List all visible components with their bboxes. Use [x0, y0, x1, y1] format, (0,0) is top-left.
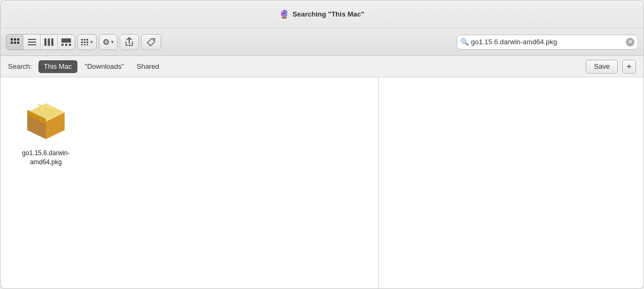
tag-icon [147, 38, 155, 46]
svg-rect-9 [44, 38, 46, 46]
titlebar-icon: 🔮 [280, 10, 289, 19]
file-icon [19, 91, 73, 144]
close-icon: ✕ [628, 39, 632, 45]
titlebar: 🔮 Searching "This Mac" [1, 1, 643, 28]
gear-button[interactable]: ⚙ ▾ [99, 34, 117, 50]
svg-rect-15 [69, 44, 71, 46]
svg-rect-18 [87, 39, 88, 41]
search-bar: 🔍 ✕ [457, 35, 638, 50]
add-scope-button[interactable]: + [622, 60, 636, 74]
svg-rect-7 [28, 42, 36, 43]
scope-downloads-button[interactable]: "Downloads" [80, 60, 130, 73]
titlebar-title: 🔮 Searching "This Mac" [280, 10, 364, 19]
titlebar-title-text: Searching "This Mac" [293, 10, 364, 18]
svg-rect-1 [14, 38, 16, 41]
svg-rect-19 [81, 42, 83, 43]
save-button[interactable]: Save [586, 60, 618, 74]
package-icon [22, 94, 70, 142]
svg-point-25 [153, 39, 154, 40]
view-list-button[interactable] [23, 34, 41, 50]
search-input[interactable] [471, 38, 624, 46]
view-button-group [6, 34, 75, 50]
action-dropdown-group: ⚙ ▾ [99, 34, 117, 50]
tag-button[interactable] [141, 34, 161, 50]
content-area: go1.15.6.darwin-amd64.pkg [1, 77, 643, 288]
svg-rect-12 [61, 38, 71, 43]
view-gallery-button[interactable] [58, 34, 75, 50]
svg-rect-2 [17, 38, 19, 41]
scopebar: Search: This Mac "Downloads" Shared Save… [1, 56, 643, 77]
svg-rect-17 [84, 39, 85, 41]
view-columns-button[interactable] [41, 34, 58, 50]
view-icon-grid-button[interactable] [6, 34, 23, 50]
svg-rect-4 [14, 42, 16, 44]
gear-chevron-icon: ▾ [111, 39, 114, 45]
view-dropdown-group: ▾ [77, 34, 97, 50]
svg-rect-5 [17, 42, 19, 44]
gallery-icon [61, 38, 71, 46]
svg-rect-10 [48, 38, 50, 46]
grid-small-icon [81, 39, 89, 45]
view-grid-dropdown-button[interactable]: ▾ [78, 34, 96, 50]
search-label: Search: [8, 62, 32, 70]
svg-rect-21 [87, 42, 88, 43]
chevron-down-icon: ▾ [90, 39, 93, 45]
file-item[interactable]: go1.15.6.darwin-amd64.pkg [11, 88, 81, 170]
svg-rect-23 [84, 44, 85, 45]
svg-rect-8 [28, 44, 36, 45]
file-name: go1.15.6.darwin-amd64.pkg [22, 149, 69, 167]
svg-rect-6 [28, 39, 36, 40]
svg-rect-24 [87, 44, 88, 45]
svg-rect-3 [11, 42, 13, 44]
svg-rect-14 [65, 44, 67, 46]
share-icon [125, 37, 133, 46]
svg-rect-20 [84, 42, 85, 43]
svg-rect-16 [81, 39, 83, 41]
list-icon [28, 38, 36, 46]
search-clear-button[interactable]: ✕ [626, 38, 634, 46]
columns-icon [44, 38, 53, 46]
finder-window: 🔮 Searching "This Mac" [0, 0, 644, 289]
scope-shared-button[interactable]: Shared [131, 60, 164, 73]
preview-pane [379, 77, 643, 288]
svg-rect-13 [61, 44, 64, 46]
scope-this-mac-button[interactable]: This Mac [38, 60, 77, 73]
share-button[interactable] [120, 34, 139, 50]
svg-rect-11 [51, 38, 53, 46]
grid-icon [11, 38, 19, 46]
toolbar: ▾ ⚙ ▾ 🔍 [1, 28, 643, 56]
file-list-pane: go1.15.6.darwin-amd64.pkg [1, 77, 379, 288]
svg-rect-0 [11, 38, 13, 41]
search-icon: 🔍 [460, 38, 469, 46]
gear-icon: ⚙ [103, 37, 109, 47]
svg-rect-22 [81, 44, 83, 45]
